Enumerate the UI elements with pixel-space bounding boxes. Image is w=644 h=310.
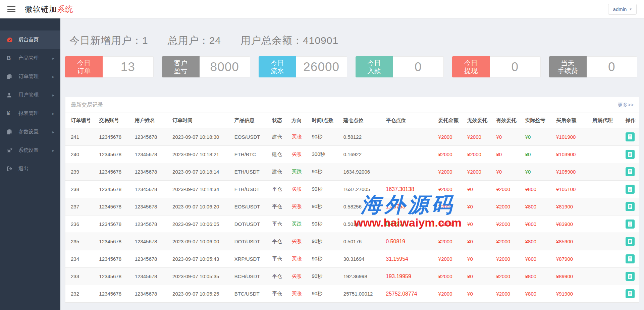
cell-balance-after: ¥83900 bbox=[553, 215, 589, 233]
cell-direction: 买涨 bbox=[288, 128, 308, 146]
cell-actual-profit: ¥800 bbox=[522, 181, 553, 198]
app-title-primary: 微软链加 bbox=[25, 5, 57, 13]
cell-username: 12345678 bbox=[131, 215, 169, 233]
panel-header: 最新交易记录 更多>> bbox=[65, 97, 639, 113]
stat-card-label: 今日提现 bbox=[452, 56, 490, 77]
chevron-right-icon: ▸ bbox=[52, 93, 54, 98]
stat-label: 总用户： bbox=[168, 35, 209, 46]
cell-invalid-entrust: ¥0 bbox=[464, 215, 493, 233]
cell-balance-after: ¥85900 bbox=[553, 233, 589, 250]
table-row: 23912345678123456782023-09-07 10:18:14ET… bbox=[65, 163, 639, 181]
view-order-button[interactable] bbox=[626, 220, 635, 229]
user-menu-button[interactable]: admin ▾ bbox=[608, 4, 637, 15]
cell-status: 平仓 bbox=[269, 233, 288, 250]
view-order-button[interactable] bbox=[626, 237, 635, 246]
cell-username: 12345678 bbox=[131, 233, 169, 250]
cell-username: 12345678 bbox=[131, 181, 169, 198]
more-link[interactable]: 更多>> bbox=[618, 102, 634, 108]
sidebar-item-bitcoin[interactable]: Ƀ 产品管理 ▸ bbox=[0, 49, 60, 67]
cell-actual-profit: ¥800 bbox=[522, 215, 553, 233]
stat-card-value: 8000 bbox=[200, 56, 251, 77]
cell-close-price bbox=[382, 163, 435, 181]
view-order-button[interactable] bbox=[626, 289, 635, 298]
view-order-button[interactable] bbox=[626, 132, 635, 141]
column-header: 时间/点数 bbox=[309, 113, 340, 128]
view-order-button[interactable] bbox=[626, 202, 635, 211]
view-order-button[interactable] bbox=[626, 254, 635, 263]
sidebar-item-params[interactable]: 参数设置 ▸ bbox=[0, 123, 60, 141]
bitcoin-icon: Ƀ bbox=[7, 55, 14, 62]
chevron-right-icon: ▸ bbox=[52, 130, 54, 134]
cell-order-id: 234 bbox=[65, 250, 96, 268]
table-row: 23212345678123456782023-09-07 10:05:25BT… bbox=[65, 285, 639, 303]
cell-agent bbox=[589, 285, 622, 303]
cell-account: 12345678 bbox=[96, 250, 131, 268]
column-header: 操作 bbox=[622, 113, 639, 128]
cell-close-price: 0.50819 bbox=[382, 233, 435, 250]
cell-status: 建仓 bbox=[269, 163, 288, 181]
stat-card-label: 今日流水 bbox=[259, 56, 296, 77]
cell-valid-entrust: ¥2000 bbox=[493, 215, 522, 233]
sidebar-item-user[interactable]: 用户管理 ▸ bbox=[0, 86, 60, 104]
cell-balance-after: ¥101900 bbox=[553, 128, 589, 146]
sidebar-item-logout[interactable]: 退出 bbox=[0, 160, 60, 178]
cell-order-id: 233 bbox=[65, 268, 96, 285]
cell-account: 12345678 bbox=[96, 181, 131, 198]
column-header: 实际盈亏 bbox=[522, 113, 553, 128]
cell-order-id: 235 bbox=[65, 233, 96, 250]
cell-valid-entrust: ¥0 bbox=[493, 146, 522, 163]
cell-order-time: 2023-09-07 10:05:35 bbox=[169, 268, 231, 285]
cell-product: BCH/USDT bbox=[231, 268, 269, 285]
cell-order-id: 236 bbox=[65, 215, 96, 233]
cell-product: DOT/USDT bbox=[231, 233, 269, 250]
cell-entrust-amount: ¥2000 bbox=[435, 163, 464, 181]
sidebar-item-yen[interactable]: ¥ 报表管理 ▸ bbox=[0, 104, 60, 123]
column-header: 产品信息 bbox=[231, 113, 269, 128]
cell-order-id: 232 bbox=[65, 285, 96, 303]
sidebar-item-settings[interactable]: 系统设置 ▸ bbox=[0, 141, 60, 160]
stat-card-value: 26000 bbox=[296, 56, 347, 77]
cell-status: 平仓 bbox=[269, 285, 288, 303]
params-icon bbox=[7, 129, 14, 135]
cell-duration: 90秒 bbox=[309, 128, 340, 146]
cell-order-id: 237 bbox=[65, 198, 96, 215]
table-row: 23712345678123456782023-09-07 10:06:20EO… bbox=[65, 198, 639, 215]
table-row: 24112345678123456782023-09-07 10:18:30EO… bbox=[65, 128, 639, 146]
view-order-button[interactable] bbox=[626, 167, 635, 176]
cell-agent bbox=[589, 163, 622, 181]
sidebar-item-dashboard[interactable]: 后台首页 bbox=[0, 30, 60, 49]
trades-table: 订单编号交易账号用户姓名订单时间产品信息状态方向时间/点数建仓点位平仓点位委托金… bbox=[65, 113, 639, 303]
view-order-button[interactable] bbox=[626, 272, 635, 281]
main-content: 今日新增用户：1 总用户：24 用户总余额：410901 今日订单 13 客户盈… bbox=[60, 18, 644, 310]
view-order-button[interactable] bbox=[626, 185, 635, 194]
column-header: 无效委托 bbox=[464, 113, 493, 128]
column-header: 买后余额 bbox=[553, 113, 589, 128]
sidebar-item-orders[interactable]: 订单管理 ▸ bbox=[0, 67, 60, 86]
cell-status: 建仓 bbox=[269, 128, 288, 146]
cell-open-price: 30.31694 bbox=[340, 250, 382, 268]
cell-entrust-amount: ¥2000 bbox=[435, 268, 464, 285]
cell-account: 12345678 bbox=[96, 215, 131, 233]
cell-actual-profit: ¥0 bbox=[522, 128, 553, 146]
cell-entrust-amount: ¥2000 bbox=[435, 215, 464, 233]
cell-actual-profit: ¥800 bbox=[522, 250, 553, 268]
cell-agent bbox=[589, 233, 622, 250]
cell-agent bbox=[589, 250, 622, 268]
view-order-button[interactable] bbox=[626, 150, 635, 159]
stat-card-value: 0 bbox=[587, 56, 638, 77]
cell-order-time: 2023-09-07 10:18:21 bbox=[169, 146, 231, 163]
cell-open-price: 1634.92006 bbox=[340, 163, 382, 181]
cell-agent bbox=[589, 181, 622, 198]
cell-order-time: 2023-09-07 10:14:34 bbox=[169, 181, 231, 198]
cell-open-price: 0.58256 bbox=[340, 198, 382, 215]
cell-valid-entrust: ¥2000 bbox=[493, 268, 522, 285]
stat-card: 今日入款 0 bbox=[356, 56, 444, 77]
cell-actions bbox=[622, 198, 639, 215]
cell-order-time: 2023-09-07 10:06:20 bbox=[169, 198, 231, 215]
cell-close-price: 193.19959 bbox=[382, 268, 435, 285]
menu-icon[interactable] bbox=[7, 6, 15, 12]
stat-item: 用户总余额：410901 bbox=[240, 34, 338, 48]
stat-value: 1 bbox=[142, 35, 148, 46]
cell-actual-profit: ¥0 bbox=[522, 146, 553, 163]
cell-invalid-entrust: ¥0 bbox=[464, 198, 493, 215]
